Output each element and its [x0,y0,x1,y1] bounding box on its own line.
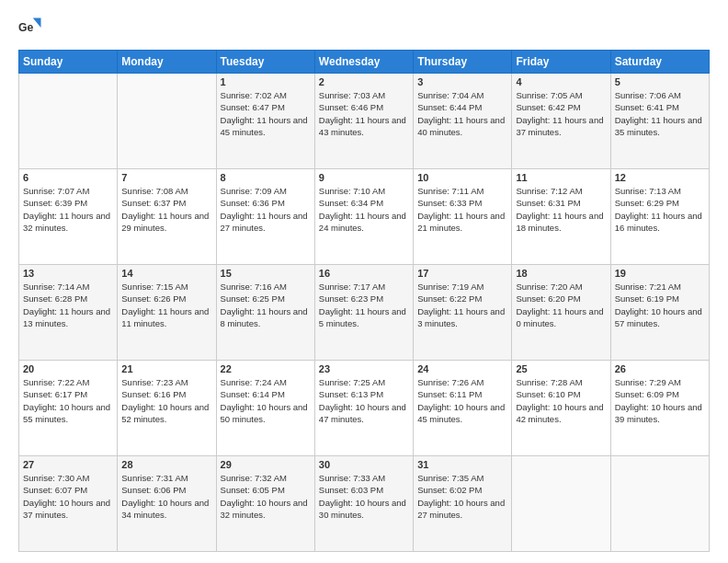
calendar-cell: 19Sunrise: 7:21 AMSunset: 6:19 PMDayligh… [610,265,709,361]
weekday-header-wednesday: Wednesday [314,51,413,74]
calendar-cell: 27Sunrise: 7:30 AMSunset: 6:07 PMDayligh… [19,456,118,552]
day-info: Sunrise: 7:17 AMSunset: 6:23 PMDaylight:… [319,281,409,329]
day-number: 27 [23,459,113,470]
calendar-cell: 2Sunrise: 7:03 AMSunset: 6:46 PMDaylight… [314,74,413,169]
day-info: Sunrise: 7:10 AMSunset: 6:34 PMDaylight:… [319,185,409,234]
header: Ge [18,15,710,40]
calendar-cell: 12Sunrise: 7:13 AMSunset: 6:29 PMDayligh… [610,169,709,265]
logo-icon: Ge [18,15,44,40]
day-info: Sunrise: 7:29 AMSunset: 6:09 PMDaylight:… [615,376,705,425]
calendar-cell [610,456,709,552]
day-number: 4 [516,76,606,87]
calendar-page: Ge SundayMondayTuesdayWednesdayThursdayF… [0,0,728,563]
day-number: 13 [23,268,113,279]
day-info: Sunrise: 7:28 AMSunset: 6:10 PMDaylight:… [516,376,606,425]
weekday-header-saturday: Saturday [610,51,709,74]
day-info: Sunrise: 7:08 AMSunset: 6:37 PMDaylight:… [121,185,211,234]
calendar-cell: 29Sunrise: 7:32 AMSunset: 6:05 PMDayligh… [216,456,314,552]
calendar-header: SundayMondayTuesdayWednesdayThursdayFrid… [19,51,710,74]
calendar-cell: 17Sunrise: 7:19 AMSunset: 6:22 PMDayligh… [414,265,512,361]
calendar-cell [19,74,118,169]
calendar-cell: 7Sunrise: 7:08 AMSunset: 6:37 PMDaylight… [118,169,216,265]
day-info: Sunrise: 7:21 AMSunset: 6:19 PMDaylight:… [615,281,705,329]
calendar-cell: 20Sunrise: 7:22 AMSunset: 6:17 PMDayligh… [19,361,118,456]
day-info: Sunrise: 7:15 AMSunset: 6:26 PMDaylight:… [121,281,211,329]
day-number: 19 [615,268,705,279]
calendar-cell: 16Sunrise: 7:17 AMSunset: 6:23 PMDayligh… [314,265,413,361]
calendar-cell: 31Sunrise: 7:35 AMSunset: 6:02 PMDayligh… [414,456,512,552]
day-info: Sunrise: 7:19 AMSunset: 6:22 PMDaylight:… [417,281,507,329]
weekday-header-monday: Monday [118,51,216,74]
day-number: 15 [221,268,311,279]
calendar-cell [118,74,216,169]
calendar-cell: 22Sunrise: 7:24 AMSunset: 6:14 PMDayligh… [216,361,314,456]
calendar-cell: 24Sunrise: 7:26 AMSunset: 6:11 PMDayligh… [414,361,512,456]
day-info: Sunrise: 7:09 AMSunset: 6:36 PMDaylight:… [221,185,311,234]
calendar-body: 1Sunrise: 7:02 AMSunset: 6:47 PMDaylight… [19,74,710,552]
calendar-cell: 25Sunrise: 7:28 AMSunset: 6:10 PMDayligh… [512,361,610,456]
weekday-header-sunday: Sunday [19,51,118,74]
day-number: 31 [417,459,507,470]
day-info: Sunrise: 7:26 AMSunset: 6:11 PMDaylight:… [417,376,507,425]
day-number: 20 [23,363,113,374]
day-number: 8 [221,172,311,183]
day-number: 21 [121,363,211,374]
day-number: 28 [121,459,211,470]
day-info: Sunrise: 7:06 AMSunset: 6:41 PMDaylight:… [615,89,705,138]
weekday-header-tuesday: Tuesday [216,51,314,74]
day-info: Sunrise: 7:05 AMSunset: 6:42 PMDaylight:… [516,89,606,138]
day-number: 18 [516,268,606,279]
day-info: Sunrise: 7:04 AMSunset: 6:44 PMDaylight:… [417,89,507,138]
logo: Ge [18,15,48,40]
week-row-2: 6Sunrise: 7:07 AMSunset: 6:39 PMDaylight… [19,169,710,265]
calendar-cell: 9Sunrise: 7:10 AMSunset: 6:34 PMDaylight… [314,169,413,265]
calendar-cell: 3Sunrise: 7:04 AMSunset: 6:44 PMDaylight… [414,74,512,169]
calendar-cell: 18Sunrise: 7:20 AMSunset: 6:20 PMDayligh… [512,265,610,361]
day-number: 3 [417,76,507,87]
day-info: Sunrise: 7:30 AMSunset: 6:07 PMDaylight:… [23,472,113,521]
day-info: Sunrise: 7:03 AMSunset: 6:46 PMDaylight:… [319,89,409,138]
calendar-cell: 8Sunrise: 7:09 AMSunset: 6:36 PMDaylight… [216,169,314,265]
day-number: 14 [121,268,211,279]
day-info: Sunrise: 7:35 AMSunset: 6:02 PMDaylight:… [417,472,507,521]
day-info: Sunrise: 7:16 AMSunset: 6:25 PMDaylight:… [221,281,311,329]
day-info: Sunrise: 7:12 AMSunset: 6:31 PMDaylight:… [516,185,606,234]
day-info: Sunrise: 7:23 AMSunset: 6:16 PMDaylight:… [121,376,211,425]
calendar-cell: 23Sunrise: 7:25 AMSunset: 6:13 PMDayligh… [314,361,413,456]
svg-marker-1 [33,18,41,29]
day-number: 30 [319,459,409,470]
day-info: Sunrise: 7:33 AMSunset: 6:03 PMDaylight:… [319,472,409,521]
weekday-header-friday: Friday [512,51,610,74]
calendar-cell: 11Sunrise: 7:12 AMSunset: 6:31 PMDayligh… [512,169,610,265]
day-number: 16 [319,268,409,279]
day-number: 23 [319,363,409,374]
day-info: Sunrise: 7:31 AMSunset: 6:06 PMDaylight:… [121,472,211,521]
day-number: 29 [221,459,311,470]
week-row-5: 27Sunrise: 7:30 AMSunset: 6:07 PMDayligh… [19,456,710,552]
calendar-cell: 1Sunrise: 7:02 AMSunset: 6:47 PMDaylight… [216,74,314,169]
day-number: 22 [221,363,311,374]
day-number: 26 [615,363,705,374]
calendar-cell: 13Sunrise: 7:14 AMSunset: 6:28 PMDayligh… [19,265,118,361]
calendar-table: SundayMondayTuesdayWednesdayThursdayFrid… [18,50,710,552]
day-number: 12 [615,172,705,183]
day-number: 7 [121,172,211,183]
calendar-cell: 15Sunrise: 7:16 AMSunset: 6:25 PMDayligh… [216,265,314,361]
day-number: 2 [319,76,409,87]
week-row-1: 1Sunrise: 7:02 AMSunset: 6:47 PMDaylight… [19,74,710,169]
weekday-row: SundayMondayTuesdayWednesdayThursdayFrid… [19,51,710,74]
svg-text:Ge: Ge [18,21,34,34]
week-row-4: 20Sunrise: 7:22 AMSunset: 6:17 PMDayligh… [19,361,710,456]
day-info: Sunrise: 7:24 AMSunset: 6:14 PMDaylight:… [221,376,311,425]
calendar-cell: 30Sunrise: 7:33 AMSunset: 6:03 PMDayligh… [314,456,413,552]
weekday-header-thursday: Thursday [414,51,512,74]
day-info: Sunrise: 7:11 AMSunset: 6:33 PMDaylight:… [417,185,507,234]
day-number: 24 [417,363,507,374]
calendar-cell: 26Sunrise: 7:29 AMSunset: 6:09 PMDayligh… [610,361,709,456]
day-info: Sunrise: 7:20 AMSunset: 6:20 PMDaylight:… [516,281,606,329]
day-number: 1 [221,76,311,87]
day-number: 6 [23,172,113,183]
calendar-cell: 10Sunrise: 7:11 AMSunset: 6:33 PMDayligh… [414,169,512,265]
day-info: Sunrise: 7:07 AMSunset: 6:39 PMDaylight:… [23,185,113,234]
day-number: 17 [417,268,507,279]
